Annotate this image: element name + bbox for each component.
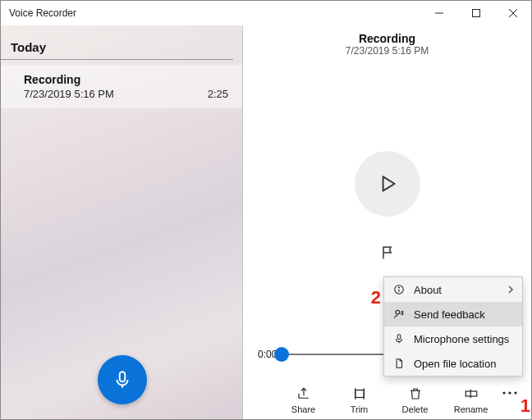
svg-rect-19 [397, 335, 401, 340]
chevron-right-icon [507, 285, 514, 294]
rename-icon [462, 385, 480, 403]
recording-list-item[interactable]: Recording 7/23/2019 5:16 PM 2:25 [1, 65, 243, 108]
menu-item-send-feedback[interactable]: Send feedback [384, 302, 522, 326]
info-icon [392, 283, 406, 296]
section-header-today: Today [1, 25, 233, 60]
menu-label-about: About [414, 284, 442, 296]
trim-label: Trim [351, 404, 369, 414]
rename-button[interactable]: Rename [451, 385, 492, 414]
timeline-thumb[interactable] [274, 347, 289, 362]
flag-icon [379, 244, 396, 261]
add-marker-button[interactable] [376, 241, 399, 264]
minimize-button[interactable] [420, 1, 457, 25]
trim-button[interactable]: Trim [339, 385, 380, 414]
menu-item-microphone-settings[interactable]: Microphone settings [384, 326, 522, 351]
svg-rect-1 [472, 10, 479, 17]
recordings-sidebar: Today Recording 7/23/2019 5:16 PM 2:25 [1, 25, 243, 419]
trim-icon [351, 385, 369, 403]
menu-label-feedback: Send feedback [414, 308, 485, 321]
voice-recorder-window: Voice Recorder Today Recording 7/23/2019… [0, 0, 532, 420]
player-panel: Recording 7/23/2019 5:16 PM 0:00 [243, 25, 531, 419]
menu-item-about[interactable]: About [384, 277, 522, 302]
share-icon [295, 385, 313, 403]
maximize-button[interactable] [457, 1, 494, 25]
svg-point-12 [502, 391, 505, 394]
delete-button[interactable]: Delete [395, 385, 436, 414]
more-menu: About Send feedback Microphone settings [383, 276, 523, 377]
svg-marker-6 [383, 176, 394, 190]
ellipsis-icon [502, 390, 518, 395]
svg-rect-4 [119, 372, 125, 381]
svg-point-14 [514, 391, 516, 394]
menu-label-mic: Microphone settings [414, 333, 509, 345]
player-subtitle: 7/23/2019 5:16 PM [346, 45, 429, 57]
microphone-small-icon [392, 332, 406, 345]
trash-icon [406, 385, 424, 403]
titlebar: Voice Recorder [1, 1, 531, 25]
svg-point-17 [399, 287, 400, 288]
svg-rect-10 [466, 391, 477, 396]
content: Today Recording 7/23/2019 5:16 PM 2:25 [1, 25, 531, 419]
player-title: Recording [359, 32, 415, 45]
play-button[interactable] [355, 151, 420, 217]
svg-point-18 [396, 310, 400, 314]
share-button[interactable]: Share [283, 385, 324, 414]
rename-label: Rename [454, 404, 488, 414]
record-button[interactable] [98, 355, 147, 404]
share-label: Share [291, 404, 315, 414]
file-icon [392, 357, 406, 370]
menu-label-open-location: Open file location [414, 358, 496, 370]
delete-label: Delete [402, 404, 429, 414]
close-button[interactable] [494, 1, 531, 25]
menu-item-open-file-location[interactable]: Open file location [384, 351, 522, 376]
feedback-icon [392, 308, 406, 321]
play-icon [377, 173, 398, 194]
recording-timestamp: 7/23/2019 5:16 PM [24, 88, 114, 100]
recording-title: Recording [24, 73, 228, 86]
more-button[interactable] [497, 380, 523, 406]
app-title: Voice Recorder [9, 7, 76, 19]
svg-point-13 [508, 391, 511, 394]
recording-duration: 2:25 [208, 88, 228, 100]
microphone-icon [112, 369, 133, 390]
action-bar: Share Trim Delete [243, 385, 531, 414]
svg-rect-7 [355, 390, 364, 398]
